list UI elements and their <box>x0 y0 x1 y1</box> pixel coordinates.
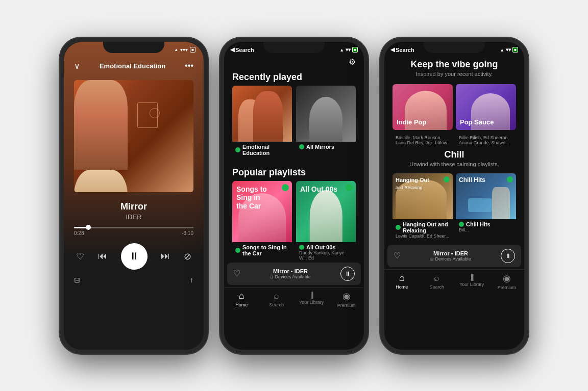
wifi-icon-2: ▾▾ <box>346 47 351 53</box>
mini-track-name-2: Mirror • IDER <box>244 268 336 274</box>
album-people-visual <box>74 80 193 192</box>
nav-search-3[interactable]: ⌕ Search <box>420 273 455 290</box>
track-artist: IDER <box>74 213 193 221</box>
back-arrow: ◀ <box>230 46 234 53</box>
mini-track-name-3: Mirror • IDER <box>405 250 497 256</box>
genre-grid: Indie Pop Pop Sauce <box>384 80 524 134</box>
nav-home-2[interactable]: ⌂ Home <box>224 291 259 308</box>
pause-icon: ⏸ <box>129 250 139 262</box>
recently-played-card-2[interactable]: All Mirrors <box>296 86 356 158</box>
figure-ee-2 <box>253 91 283 142</box>
shuffle-button[interactable]: ⊘ <box>184 251 191 262</box>
chill-title: Chill <box>393 149 516 160</box>
allout-card[interactable]: All Out 00s All Out 00s Daddy Yankee, Ka… <box>296 181 356 263</box>
heart-button[interactable]: ♡ <box>76 251 84 262</box>
bottom-nav-2: ⌂ Home ⌕ Search ||| Your Library ◉ Premi… <box>224 287 364 312</box>
mini-pause-btn-3[interactable]: ⏸ <box>501 249 515 263</box>
progress-bar[interactable] <box>74 227 193 228</box>
premium-label-2: Premium <box>337 303 356 308</box>
pause-button[interactable]: ⏸ <box>121 243 148 270</box>
library-icon-3: ||| <box>471 273 473 281</box>
chill-section: Chill Unwind with these calming playlist… <box>384 147 524 169</box>
chill-subtitle: Unwind with these calming playlists. <box>393 161 516 167</box>
spotify-icon-ee <box>235 147 240 152</box>
battery-icon-3: ■ <box>512 47 518 53</box>
songs-car-overlay: Songs toSing inthe Car <box>236 185 267 211</box>
track-info: Mirror IDER <box>64 196 204 224</box>
nowplaying-header: ∨ Emotional Education ••• <box>64 56 204 76</box>
mini-heart-2[interactable]: ♡ <box>233 269 240 278</box>
mini-pause-btn-2[interactable]: ⏸ <box>340 267 355 281</box>
songs-car-card[interactable]: Songs toSing inthe Car Songs to Sing in … <box>232 181 292 263</box>
ee-cover <box>232 86 292 142</box>
previous-button[interactable]: ⏮ <box>98 251 107 262</box>
chill-grid: Hanging Outand Relaxing Hanging Out and … <box>384 169 524 245</box>
share-button[interactable]: ↑ <box>190 276 193 284</box>
more-options-icon[interactable]: ••• <box>183 59 195 72</box>
spotify-icon-chillhits <box>459 222 464 227</box>
nav-premium-3[interactable]: ◉ Premium <box>489 273 525 290</box>
vibe-section: Keep the vibe going Inspired by your rec… <box>384 56 524 80</box>
nav-library-2[interactable]: ||| Your Library <box>294 291 329 308</box>
recently-played-card-1[interactable]: Emotional Education <box>232 86 292 158</box>
bottom-nav-3: ⌂ Home ⌕ Search ||| Your Library ◉ Premi… <box>384 269 524 294</box>
mini-player-3: ♡ Mirror • IDER ⊟ Devices Available ⏸ <box>387 245 521 267</box>
hanging-artists: Lewis Capaldi, Ed Sheer... <box>396 233 450 239</box>
pop-sauce-card[interactable]: Pop Sauce <box>456 84 516 130</box>
progress-section[interactable]: 0:28 -3:10 <box>64 224 204 239</box>
spotify-icon-allout <box>299 245 304 250</box>
beach-figure <box>492 187 510 219</box>
popular-grid: Songs toSing inthe Car Songs to Sing in … <box>224 181 364 263</box>
hanging-overlay: Hanging Outand Relaxing <box>396 176 429 191</box>
collapse-icon[interactable]: ∨ <box>72 59 82 73</box>
status-right-3: ▲ ▾▾ ■ <box>500 47 518 53</box>
search-label-2: Search <box>269 302 284 307</box>
indie-pop-artists: Bastille, Mark Ronson, Lana Del Rey, Joj… <box>393 134 453 147</box>
nav-library-3[interactable]: ||| Your Library <box>454 273 489 290</box>
chill-hits-name: Chill Hits <box>459 221 513 227</box>
songs-car-art: Songs toSing inthe Car <box>232 181 292 242</box>
mini-heart-3[interactable]: ♡ <box>394 251 401 260</box>
nav-premium-2[interactable]: ◉ Premium <box>329 291 364 308</box>
hanging-out-art: Hanging Outand Relaxing <box>393 173 453 219</box>
recently-played-title: Recently played <box>224 68 364 86</box>
spotify-icon-hanging <box>396 225 401 230</box>
status-right-2: ▲ ▾▾ ■ <box>339 47 358 53</box>
allout-figure <box>309 190 342 242</box>
back-arrow-3: ◀ <box>390 46 395 53</box>
chill-hits-art: Chill Hits <box>456 173 516 219</box>
settings-icon[interactable]: ⚙ <box>349 57 356 67</box>
nav-search-2[interactable]: ⌕ Search <box>259 291 295 308</box>
popular-section: Popular playlists Songs toSing inthe Car… <box>224 158 364 263</box>
pop-sauce-label: Pop Sauce <box>460 118 494 126</box>
progress-times: 0:28 -3:10 <box>74 230 193 236</box>
library-label-2: Your Library <box>299 300 324 305</box>
emotional-education-name: Emotional Education <box>235 144 289 156</box>
phone-2: ◀ Search ▲ ▾▾ ■ 7:36 ⚙ Recently played <box>220 38 368 354</box>
next-button[interactable]: ⏭ <box>161 251 170 262</box>
indie-pop-name: Indie Pop <box>397 118 427 126</box>
devices-button[interactable]: ⊟ <box>74 276 80 284</box>
album-art <box>74 80 193 192</box>
nav-home-3[interactable]: ⌂ Home <box>384 273 420 290</box>
hanging-out-card[interactable]: Hanging Outand Relaxing Hanging Out and … <box>393 173 453 241</box>
back-label: Search <box>235 47 254 53</box>
indie-pop-card[interactable]: Indie Pop <box>393 84 453 130</box>
vibe-subtitle: Inspired by your recent activity. <box>393 71 516 77</box>
chill-hits-card[interactable]: Chill Hits Chill Hits Bill... <box>456 173 516 241</box>
phone2-screen: ◀ Search ▲ ▾▾ ■ 7:36 ⚙ Recently played <box>224 42 364 350</box>
home-icon-3: ⌂ <box>399 273 405 283</box>
pop-sauce-artists-col: Billie Eilish, Ed Sheeran, Ariana Grande… <box>456 134 516 147</box>
back-search-btn-3[interactable]: ◀ Search <box>390 46 414 53</box>
mini-pause-icon-3: ⏸ <box>505 252 511 259</box>
back-search-btn[interactable]: ◀ Search <box>230 46 254 53</box>
remaining-time: -3:10 <box>182 230 193 236</box>
search-label-3: Search <box>429 284 444 290</box>
indie-pop-artists-col: Bastille, Mark Ronson, Lana Del Rey, Joj… <box>393 134 453 147</box>
genre-artists-row: Bastille, Mark Ronson, Lana Del Rey, Joj… <box>384 134 524 147</box>
spotify-logo-allout <box>346 184 353 191</box>
phone3-screen: ◀ Search ▲ ▾▾ ■ 7:37 Keep the vibe going… <box>384 42 524 350</box>
circle-overlay <box>150 108 160 118</box>
premium-label-3: Premium <box>498 285 516 290</box>
mini-track-sub-2: ⊟ Devices Available <box>244 274 336 279</box>
